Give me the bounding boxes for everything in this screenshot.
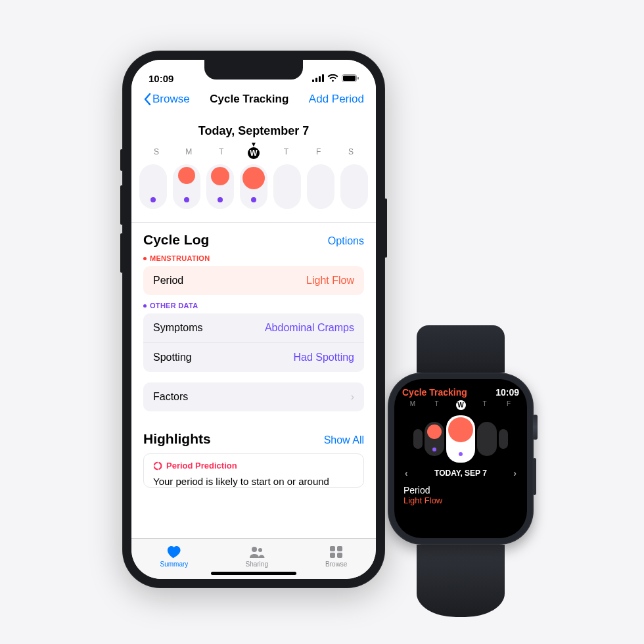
cycle-log-options-button[interactable]: Options [328, 235, 364, 247]
phone-volume-down [120, 233, 123, 273]
show-all-button[interactable]: Show All [324, 434, 364, 446]
cellular-icon [312, 74, 324, 82]
grid-icon [329, 545, 344, 559]
weekday-letter: T [273, 147, 299, 159]
dot-icon [143, 257, 147, 260]
cycle-pill[interactable] [240, 164, 267, 209]
watch-pill-prev2[interactable] [413, 429, 423, 449]
cycle-pill[interactable] [307, 164, 334, 209]
cycle-pill[interactable] [340, 164, 368, 209]
weekday-letter: S [338, 147, 364, 159]
watch-pill-prev1[interactable] [425, 422, 444, 456]
add-period-button[interactable]: Add Period [309, 93, 364, 106]
watch-weekday-letter: M [405, 400, 421, 410]
watch-pill-next2[interactable] [499, 429, 508, 449]
watch-date-label: TODAY, SEP 7 [434, 469, 487, 478]
watch-pill-next1[interactable] [477, 422, 497, 456]
watch-side-button[interactable] [533, 458, 536, 495]
cycle-log-title: Cycle Log [143, 232, 209, 248]
svg-rect-0 [312, 80, 314, 82]
tab-browse[interactable]: Browse [325, 545, 347, 568]
period-row[interactable]: Period Light Flow [143, 266, 364, 295]
tab-sharing-label: Sharing [245, 561, 267, 568]
watch-time: 10:09 [495, 387, 519, 398]
svg-rect-6 [357, 77, 359, 80]
menstruation-label: MENSTRUATION [143, 254, 364, 262]
digital-crown[interactable] [533, 415, 538, 440]
cycle-pill[interactable] [206, 164, 234, 209]
symptoms-value: Abdominal Cramps [265, 322, 354, 334]
phone-side-button [384, 198, 387, 258]
watch-weekday-letter: T [429, 400, 445, 410]
watch-prev-button[interactable]: ‹ [405, 468, 408, 478]
tab-browse-label: Browse [325, 561, 347, 568]
weekday-letter: T [208, 147, 235, 159]
watch-period-row[interactable]: Period Light Flow [402, 478, 519, 505]
symptoms-row[interactable]: Symptoms Abdominal Cramps [143, 313, 364, 342]
spotting-value: Had Spotting [293, 352, 354, 363]
watch-weekday-letter: F [501, 400, 517, 410]
cycle-pill[interactable] [173, 164, 200, 209]
other-data-label: OTHER DATA [143, 302, 364, 310]
main-content: Today, September 7 ▼ SMTWTFS Cycle Log O… [131, 114, 376, 538]
highlights-title: Highlights [143, 431, 211, 447]
prediction-icon [153, 461, 162, 471]
svg-rect-1 [315, 78, 317, 83]
svg-point-9 [258, 548, 262, 552]
watch-weekday-row: MTWTF [402, 398, 519, 411]
watch-date-nav: ‹ TODAY, SEP 7 › [402, 468, 519, 478]
weekday-letter: F [306, 147, 332, 159]
battery-icon [342, 74, 359, 82]
nav-bar: Browse Cycle Tracking Add Period [131, 89, 376, 114]
symptoms-label: Symptoms [153, 322, 203, 334]
cycle-day-pills[interactable] [131, 159, 376, 223]
chevron-right-icon: › [351, 391, 354, 403]
wifi-icon [327, 74, 338, 82]
svg-rect-10 [330, 546, 335, 551]
prediction-card-title: Period Prediction [166, 461, 237, 471]
tab-sharing[interactable]: Sharing [245, 545, 267, 568]
cycle-log-section: Cycle Log Options MENSTRUATION Period Li… [131, 223, 376, 419]
watch-next-button[interactable]: › [513, 468, 517, 478]
svg-point-8 [252, 547, 257, 552]
today-pointer-icon: ▼ [131, 142, 376, 147]
svg-rect-11 [337, 546, 342, 551]
period-label: Period [153, 275, 183, 287]
svg-rect-13 [337, 553, 342, 558]
watch-weekday-letter: W [453, 400, 469, 410]
apple-watch-device: Cycle Tracking 10:09 MTWTF ‹ TODAY, [388, 325, 534, 617]
watch-period-label: Period [403, 485, 518, 495]
tab-summary[interactable]: Summary [160, 545, 189, 568]
cycle-pill[interactable] [273, 164, 301, 209]
period-prediction-card[interactable]: Period Prediction Your period is likely … [143, 453, 364, 488]
watch-period-value: Light Flow [403, 495, 518, 505]
watch-weekday-letter: T [477, 400, 493, 410]
watch-screen: Cycle Tracking 10:09 MTWTF ‹ TODAY, [394, 379, 527, 538]
phone-mute-switch [120, 149, 123, 171]
weekday-row: SMTWTFS [131, 147, 376, 159]
people-icon [249, 545, 265, 559]
weekday-letter: M [175, 147, 202, 159]
spotting-row[interactable]: Spotting Had Spotting [143, 342, 364, 372]
prediction-card-body: Your period is likely to start on or aro… [153, 471, 354, 487]
svg-point-7 [154, 462, 162, 469]
tab-summary-label: Summary [160, 561, 189, 568]
svg-rect-5 [343, 76, 356, 81]
dot-icon [143, 304, 147, 308]
heart-icon [166, 545, 182, 559]
watch-cycle-pills[interactable] [402, 411, 519, 468]
watch-pill-today[interactable] [446, 415, 475, 463]
factors-row[interactable]: Factors › [143, 382, 364, 411]
factors-label: Factors [153, 391, 188, 403]
iphone-device: 10:09 Browse Cycle Tracking Add Period T… [122, 51, 385, 588]
watch-app-title: Cycle Tracking [402, 387, 467, 398]
svg-rect-12 [330, 553, 335, 558]
nav-title: Cycle Tracking [210, 93, 288, 106]
home-indicator[interactable] [211, 572, 296, 575]
phone-volume-up [120, 185, 123, 225]
watch-band-top [417, 325, 505, 373]
back-button[interactable]: Browse [143, 93, 190, 106]
watch-case: Cycle Tracking 10:09 MTWTF ‹ TODAY, [388, 373, 534, 545]
cycle-pill[interactable] [139, 164, 167, 209]
iphone-notch [204, 60, 303, 80]
